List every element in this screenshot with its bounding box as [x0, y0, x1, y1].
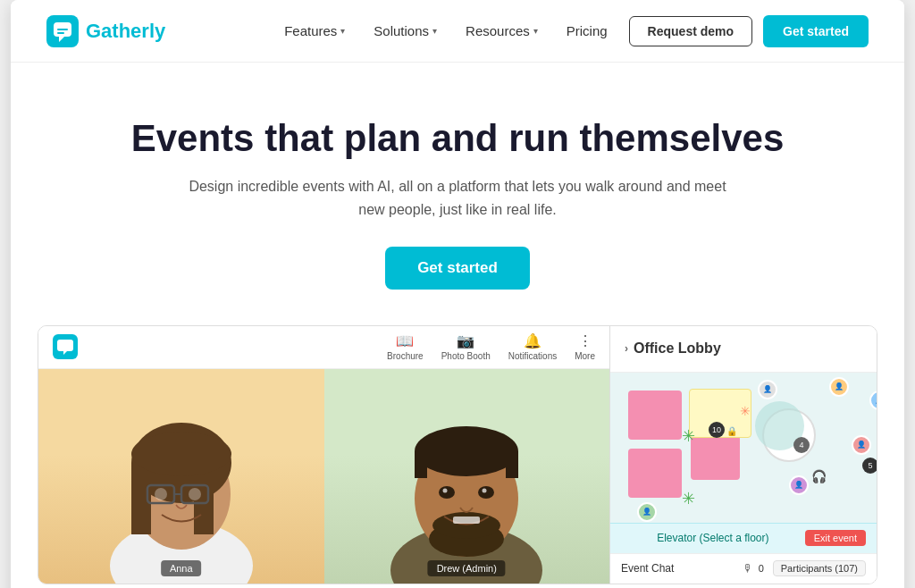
event-chat-bar: Event Chat 🎙 0 Participants (107) [610, 553, 877, 584]
svg-point-23 [478, 486, 494, 499]
svg-point-25 [483, 488, 487, 492]
more-toolbar-item[interactable]: ⋮ More [575, 332, 595, 361]
elevator-bar: Elevator (Select a floor) Exit event [610, 523, 877, 553]
map-room-3 [691, 435, 740, 480]
snowflake-2: ✳ [682, 489, 695, 508]
nav-solutions[interactable]: Solutions ▾ [374, 23, 437, 38]
nav-pricing[interactable]: Pricing [567, 23, 608, 38]
svg-point-13 [189, 488, 201, 500]
nav-resources[interactable]: Resources ▾ [466, 23, 538, 38]
map-avatar-1: 👤 [758, 380, 777, 399]
map-avatar-4: 👤 [852, 435, 871, 455]
get-started-hero-button[interactable]: Get started [385, 247, 530, 290]
map-avatar-3: 👤 [869, 391, 877, 410]
logo[interactable]: Gatherly [46, 15, 165, 47]
snowflake-1: ✳ [682, 426, 695, 446]
svg-point-17 [415, 426, 518, 476]
svg-point-8 [131, 432, 231, 476]
participants-badge[interactable]: Participants (107) [773, 560, 866, 576]
svg-point-12 [155, 488, 167, 500]
mic-icon: 🎙 [743, 562, 753, 575]
notifications-label: Notifications [508, 351, 557, 361]
brochure-icon: 📖 [396, 332, 414, 349]
notifications-toolbar-item[interactable]: 🔔 Notifications [508, 332, 557, 361]
solutions-chevron: ▾ [432, 26, 437, 36]
event-chat-label[interactable]: Event Chat [621, 562, 743, 575]
resources-chevron: ▾ [533, 26, 538, 36]
brochure-toolbar-item[interactable]: 📖 Brochure [387, 332, 424, 361]
video-call-panel: 📖 Brochure 📷 Photo Booth 🔔 Notifications [38, 326, 610, 584]
exit-event-button[interactable]: Exit event [805, 530, 866, 546]
map-room-1 [628, 391, 682, 440]
toolbar-icons: 📖 Brochure 📷 Photo Booth 🔔 Notifications [387, 332, 595, 361]
video-tile-anna: Anna [38, 369, 324, 584]
svg-rect-18 [415, 451, 427, 478]
more-icon: ⋮ [578, 332, 592, 349]
demo-container: 📖 Brochure 📷 Photo Booth 🔔 Notifications [38, 325, 877, 584]
brochure-label: Brochure [387, 351, 424, 361]
get-started-nav-button[interactable]: Get started [763, 15, 869, 47]
bell-icon: 🔔 [524, 332, 541, 349]
badge-4: 4 [793, 437, 810, 453]
svg-rect-19 [506, 451, 518, 478]
browser-window: Gatherly Features ▾ Solutions ▾ Resource… [11, 0, 904, 588]
svg-point-21 [432, 512, 500, 539]
svg-point-24 [443, 488, 448, 492]
office-chevron: › [625, 342, 628, 355]
app-toolbar: 📖 Brochure 📷 Photo Booth 🔔 Notifications [38, 326, 609, 369]
map-avatar-5: 👤 [637, 502, 657, 522]
more-label: More [575, 351, 595, 361]
hero-section: Events that plan and run themselves Desi… [11, 63, 904, 325]
nav-features[interactable]: Features ▾ [284, 23, 345, 38]
photobooth-label: Photo Booth [441, 351, 491, 361]
floor-map: ✳ ✳ ✳ 👤 👤 👤 👤 👤 👤 10 4 5 🔒 [610, 373, 877, 523]
hero-subheadline: Design incredible events with AI, all on… [180, 175, 735, 221]
elevator-button[interactable]: Elevator (Select a floor) [621, 532, 805, 544]
svg-rect-26 [453, 517, 480, 524]
map-room-2 [628, 449, 682, 498]
headphones-icon: 🎧 [811, 469, 827, 483]
lock-icon-1: 🔒 [726, 426, 737, 436]
photobooth-toolbar-item[interactable]: 📷 Photo Booth [441, 332, 491, 361]
features-chevron: ▾ [340, 26, 345, 36]
anna-name-tag: Anna [161, 560, 202, 576]
drew-name-tag: Drew (Admin) [428, 560, 506, 576]
office-title: Office Lobby [634, 340, 721, 357]
nav-links: Features ▾ Solutions ▾ Resources ▾ Prici… [284, 23, 607, 38]
navbar: Gatherly Features ▾ Solutions ▾ Resource… [11, 0, 904, 63]
map-avatar-6: 👤 [789, 475, 809, 495]
mic-count: 0 [759, 563, 764, 574]
anna-video [38, 369, 324, 584]
star-icon: ✳ [740, 404, 751, 418]
logo-text: Gatherly [86, 20, 165, 43]
badge-5: 5 [862, 458, 877, 474]
map-avatar-2: 👤 [829, 377, 849, 397]
office-header: › Office Lobby [610, 326, 877, 373]
drew-video [324, 369, 610, 584]
video-area: Anna [38, 369, 609, 584]
svg-point-22 [439, 486, 455, 499]
video-tile-drew: Drew (Admin) [324, 369, 610, 584]
office-panel: › Office Lobby ✳ ✳ [610, 326, 877, 584]
badge-10: 10 [709, 422, 725, 438]
camera-icon: 📷 [457, 332, 474, 349]
demo-section: 📖 Brochure 📷 Photo Booth 🔔 Notifications [11, 325, 904, 588]
request-demo-button[interactable]: Request demo [629, 16, 752, 46]
hero-headline: Events that plan and run themselves [46, 116, 869, 161]
